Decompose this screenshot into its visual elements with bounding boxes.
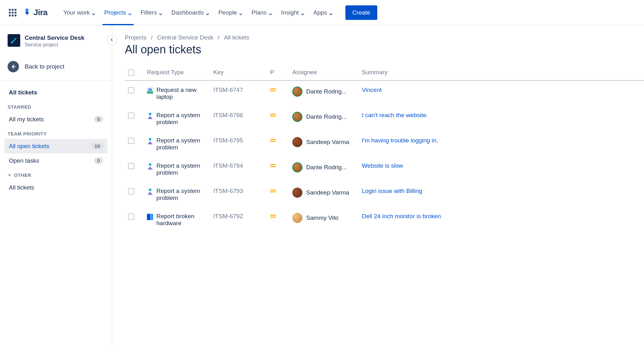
nav-dashboards[interactable]: Dashboards	[167, 0, 214, 25]
assignee-cell[interactable]: Dante Rodrig...	[292, 162, 362, 172]
summary-link[interactable]: Website is slow	[362, 162, 644, 169]
row-checkbox[interactable]	[128, 112, 134, 119]
nav-your-work[interactable]: Your work	[59, 0, 100, 25]
chevron-down-icon	[206, 11, 210, 15]
project-type: Service project	[25, 42, 84, 48]
avatar	[292, 213, 302, 223]
avatar	[292, 112, 302, 122]
sidebar-item-open-tasks[interactable]: Open tasks0	[4, 153, 107, 168]
sidebar-collapse-button[interactable]	[107, 35, 117, 45]
chevron-down-icon	[269, 11, 272, 15]
chevron-down-icon	[92, 11, 95, 15]
priority-medium-icon	[270, 164, 276, 167]
summary-link[interactable]: Login issue with Billing	[362, 188, 644, 195]
issue-key[interactable]: ITSM-6747	[213, 87, 270, 93]
jira-logo[interactable]: Jira	[23, 8, 47, 18]
col-key[interactable]: Key	[213, 69, 270, 76]
request-type-cell[interactable]: Report broken hardware	[147, 213, 213, 227]
priority-medium-icon	[270, 114, 276, 117]
nav-plans[interactable]: Plans	[247, 0, 277, 25]
nav-filters[interactable]: Filters	[136, 0, 167, 25]
issue-key[interactable]: ITSM-6794	[213, 162, 270, 169]
back-arrow-icon	[8, 61, 19, 72]
breadcrumb-queue[interactable]: All tickets	[224, 34, 249, 41]
assignee-cell[interactable]: Dante Rodrig...	[292, 112, 362, 122]
system-icon	[147, 113, 153, 119]
assignee-cell[interactable]: Sandeep Varma	[292, 137, 362, 147]
issue-key[interactable]: ITSM-6796	[213, 112, 270, 119]
app-switcher-icon[interactable]	[9, 9, 16, 16]
table-row: Report a system problemITSM-6793Sandeep …	[125, 182, 644, 207]
create-button[interactable]: Create	[345, 5, 377, 20]
priority-medium-icon	[270, 139, 276, 142]
back-to-project[interactable]: Back to project	[4, 57, 107, 76]
request-type-cell[interactable]: Report a system problem	[147, 162, 213, 176]
priority-medium-icon	[270, 215, 276, 218]
project-icon	[8, 34, 20, 47]
chevron-down-icon	[239, 11, 243, 15]
chevron-down-icon	[128, 11, 132, 15]
assignee-cell[interactable]: Dante Rodrig...	[292, 87, 362, 97]
table-row: Report broken hardwareITSM-6792Sammy Vit…	[125, 207, 644, 232]
sidebar-item-all-my-tickets[interactable]: All my tickets5	[4, 112, 107, 127]
issue-key[interactable]: ITSM-6795	[213, 137, 270, 144]
divider	[0, 81, 112, 81]
assignee-cell[interactable]: Sandeep Varma	[292, 188, 362, 198]
issue-key[interactable]: ITSM-6793	[213, 188, 270, 195]
count-badge: 0	[94, 157, 103, 164]
avatar	[292, 137, 302, 147]
sidebar-item-all-open-tickets[interactable]: All open tickets19	[4, 139, 107, 153]
request-type-cell[interactable]: Report a system problem	[147, 137, 213, 151]
col-summary[interactable]: Summary	[362, 69, 644, 76]
row-checkbox[interactable]	[128, 138, 134, 144]
chevron-down-icon	[159, 11, 162, 15]
avatar	[292, 188, 302, 198]
request-type-cell[interactable]: Request a new laptop	[147, 87, 213, 100]
issue-key[interactable]: ITSM-6792	[213, 213, 270, 220]
summary-link[interactable]: Vincent	[362, 87, 644, 93]
table-header-row: Request Type Key P Assignee Summary	[125, 69, 644, 81]
nav-projects[interactable]: Projects	[100, 0, 136, 25]
sidebar-heading-team-priority: TEAM PRIORITY	[4, 127, 107, 139]
priority-medium-icon	[270, 189, 276, 192]
chevron-down-icon	[301, 11, 305, 15]
nav-apps[interactable]: Apps	[309, 0, 337, 25]
breadcrumb-separator: /	[151, 34, 153, 41]
table-row: Report a system problemITSM-6795Sandeep …	[125, 131, 644, 157]
col-assignee[interactable]: Assignee	[292, 69, 362, 76]
row-checkbox[interactable]	[128, 213, 134, 220]
request-type-cell[interactable]: Report a system problem	[147, 188, 213, 201]
assignee-cell[interactable]: Sammy Vito	[292, 213, 362, 223]
select-all-checkbox[interactable]	[128, 69, 134, 76]
sidebar: Central Service Desk Service project Bac…	[0, 25, 112, 348]
row-checkbox[interactable]	[128, 188, 134, 195]
sidebar-heading-other: OTHER	[4, 168, 107, 180]
summary-link[interactable]: I can't reach the website.	[362, 112, 644, 119]
page-title: All open tickets	[125, 43, 644, 56]
summary-link[interactable]: Dell 24 inch monitor is broken	[362, 213, 644, 220]
summary-link[interactable]: I'm having trouble logging in.	[362, 137, 644, 144]
top-navigation: Jira Your workProjectsFiltersDashboardsP…	[0, 0, 644, 25]
main-content: Projects / Central Service Desk / All ti…	[112, 25, 644, 348]
project-name: Central Service Desk	[25, 34, 84, 42]
count-badge: 5	[94, 116, 103, 123]
nav-insight[interactable]: Insight	[277, 0, 309, 25]
breadcrumb: Projects / Central Service Desk / All ti…	[125, 34, 644, 41]
project-header[interactable]: Central Service Desk Service project	[4, 34, 107, 54]
table-row: Report a system problemITSM-6794Dante Ro…	[125, 157, 644, 182]
breadcrumb-project[interactable]: Central Service Desk	[157, 34, 213, 41]
row-checkbox[interactable]	[128, 163, 134, 169]
nav-people[interactable]: People	[214, 0, 247, 25]
request-type-cell[interactable]: Report a system problem	[147, 112, 213, 126]
row-checkbox[interactable]	[128, 87, 134, 93]
sidebar-item-all-tickets[interactable]: All tickets	[4, 180, 107, 195]
laptop-icon	[147, 87, 153, 94]
avatar	[292, 162, 302, 172]
sidebar-all-tickets[interactable]: All tickets	[4, 85, 107, 100]
col-request-type[interactable]: Request Type	[147, 69, 213, 76]
col-priority[interactable]: P	[270, 69, 292, 76]
chevron-down-icon	[8, 172, 11, 178]
table-row: Report a system problemITSM-6796Dante Ro…	[125, 106, 644, 131]
breadcrumb-projects[interactable]: Projects	[125, 34, 147, 41]
jira-logo-icon	[23, 8, 32, 18]
